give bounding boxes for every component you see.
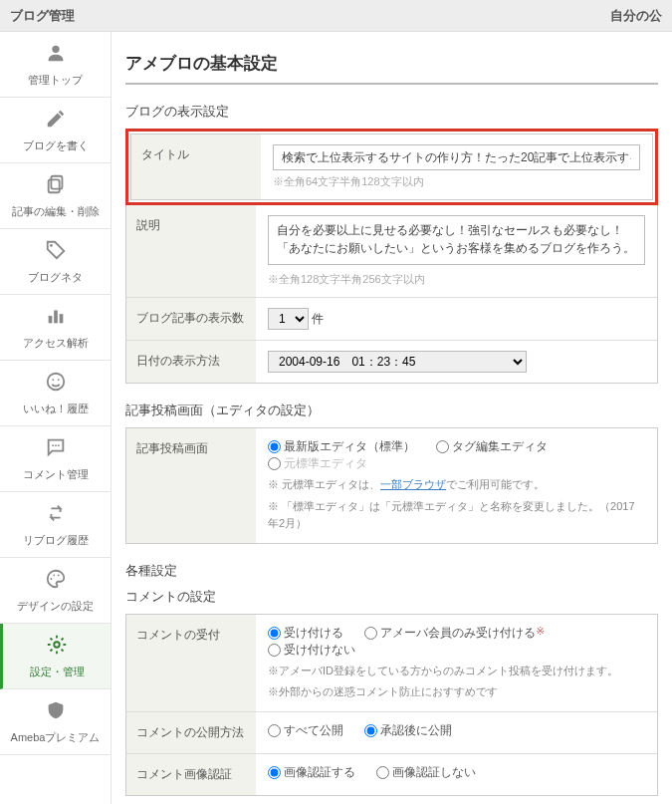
comment-accept-note1: ※アメーバID登録をしている方からのみコメント投稿を受け付けます。: [268, 663, 645, 680]
comment-accept-opt1[interactable]: 受け付ける: [268, 626, 343, 640]
chat-icon: [45, 436, 67, 463]
sidebar-item-label: アクセス解析: [23, 336, 89, 351]
comment-captcha-opt2[interactable]: 画像認証しない: [376, 765, 476, 779]
svg-point-15: [57, 574, 59, 576]
sidebar-item-settings[interactable]: 設定・管理: [0, 624, 111, 689]
label-comment-accept: コメントの受付: [126, 615, 256, 711]
comment-accept-opt3[interactable]: 受け付けない: [268, 643, 355, 657]
date-format-select[interactable]: 2004-09-16 01：23：45: [268, 351, 527, 373]
svg-rect-1: [51, 175, 62, 188]
sidebar-item-design[interactable]: デザインの設定: [0, 558, 111, 624]
sidebar-item-label: コメント管理: [23, 467, 89, 482]
palette-icon: [45, 568, 67, 595]
person-icon: [45, 42, 67, 69]
bar-chart-icon: [45, 305, 67, 332]
pencil-icon: [45, 108, 67, 134]
svg-point-10: [52, 444, 54, 446]
comment-accept-opt2[interactable]: アメーバ会員のみ受け付ける※: [364, 626, 545, 640]
sidebar-item-label: デザインの設定: [17, 599, 94, 614]
svg-point-7: [47, 373, 64, 390]
repeat-icon: [45, 502, 67, 529]
sidebar-item-label: 設定・管理: [30, 665, 85, 679]
sidebar-item-label: 記事の編集・削除: [12, 204, 100, 219]
svg-point-3: [50, 244, 53, 247]
section-various: 各種設定: [125, 562, 658, 580]
sidebar-item-label: Amebaプレミアム: [11, 730, 101, 745]
editor-note2: ※ 「標準エディタ」は「元標準エディタ」と名称を変更しました。（2017年2月）: [268, 498, 645, 533]
label-editor: 記事投稿画面: [126, 428, 256, 543]
label-comment-publish: コメントの公開方法: [126, 712, 256, 753]
svg-point-0: [52, 45, 59, 52]
sidebar-item-write[interactable]: ブログを書く: [0, 98, 111, 163]
title-input[interactable]: [273, 144, 640, 170]
sidebar-item-analytics[interactable]: アクセス解析: [0, 295, 111, 361]
count-unit: 件: [312, 312, 324, 326]
label-count: ブログ記事の表示数: [126, 298, 256, 340]
comment-accept-note2: ※外部からの迷惑コメント防止におすすめです: [268, 683, 645, 701]
title-hint: ※全角64文字半角128文字以内: [273, 174, 640, 189]
label-date-format: 日付の表示方法: [126, 341, 256, 383]
sidebar-item-label: 管理トップ: [28, 73, 83, 88]
sidebar-item-label: リブログ履歴: [23, 533, 89, 548]
highlight-title-row: タイトル ※全角64文字半角128文字以内: [125, 129, 658, 205]
topbar-right[interactable]: 自分の公: [610, 7, 662, 25]
topbar-title: ブログ管理: [10, 7, 75, 25]
sidebar-item-like[interactable]: いいね！履歴: [0, 361, 111, 426]
editor-opt2[interactable]: タグ編集エディタ: [436, 439, 548, 453]
comment-captcha-opt1[interactable]: 画像認証する: [268, 765, 355, 779]
svg-point-9: [57, 379, 59, 381]
smile-icon: [45, 371, 67, 398]
sidebar-item-label: いいね！履歴: [23, 402, 89, 416]
svg-point-16: [54, 642, 60, 648]
svg-point-8: [52, 379, 54, 381]
svg-rect-6: [59, 314, 63, 323]
sidebar-item-label: ブログを書く: [23, 138, 89, 153]
shield-icon: [45, 699, 67, 726]
editor-note1: ※ 元標準エディタは、一部ブラウザでご利用可能です。: [268, 476, 645, 494]
svg-point-14: [53, 574, 55, 576]
sidebar-item-premium[interactable]: Amebaプレミアム: [0, 689, 111, 755]
svg-point-13: [50, 578, 52, 580]
section-editor-settings: 記事投稿画面（エディタの設定）: [125, 402, 658, 419]
main-content: アメブロの基本設定 ブログの表示設定 タイトル ※全角64文字半角128文字以内…: [112, 32, 672, 804]
comment-publish-opt2[interactable]: 承認後に公開: [364, 723, 452, 737]
page-title: アメブロの基本設定: [125, 52, 658, 85]
description-textarea[interactable]: [268, 215, 645, 265]
description-hint: ※全角128文字半角256文字以内: [268, 272, 645, 287]
sidebar-item-top[interactable]: 管理トップ: [0, 32, 111, 98]
sidebar-item-reblog[interactable]: リブログ履歴: [0, 492, 111, 558]
svg-point-11: [55, 444, 57, 446]
sidebar-item-neta[interactable]: ブログネタ: [0, 229, 111, 295]
sidebar-item-comment[interactable]: コメント管理: [0, 426, 111, 492]
topbar: ブログ管理 自分の公: [0, 0, 672, 32]
browser-link[interactable]: 一部ブラウザ: [380, 478, 446, 490]
tag-icon: [45, 239, 67, 266]
editor-opt3[interactable]: 元標準エディタ: [268, 456, 367, 470]
svg-rect-2: [48, 179, 59, 192]
sidebar: 管理トップ ブログを書く 記事の編集・削除 ブログネタ アクセス解析 いいね！履…: [0, 32, 112, 804]
svg-point-12: [57, 444, 59, 446]
gear-icon: [46, 634, 68, 661]
sidebar-item-label: ブログネタ: [28, 270, 83, 285]
copy-icon: [45, 173, 67, 200]
comment-publish-opt1[interactable]: すべて公開: [268, 723, 343, 737]
label-description: 説明: [126, 205, 256, 297]
sidebar-item-edit[interactable]: 記事の編集・削除: [0, 163, 111, 229]
svg-rect-5: [54, 310, 58, 323]
label-title: タイトル: [131, 134, 261, 199]
svg-rect-4: [48, 316, 52, 323]
count-select[interactable]: 1: [268, 308, 309, 330]
editor-opt1[interactable]: 最新版エディタ（標準）: [268, 439, 415, 453]
section-display-settings: ブログの表示設定: [125, 103, 658, 121]
label-comment-captcha: コメント画像認証: [126, 754, 256, 795]
section-comment: コメントの設定: [125, 588, 658, 606]
